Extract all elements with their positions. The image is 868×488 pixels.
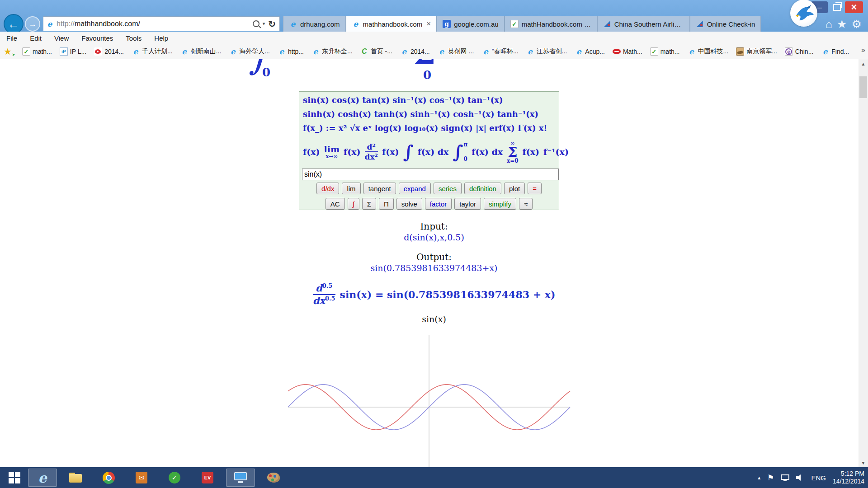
add-favorite-star-icon[interactable]: ★ xyxy=(4,46,14,57)
browser-tab[interactable]: google.com.au xyxy=(437,16,504,32)
scrollbar-up-arrow-icon[interactable]: ▲ xyxy=(859,59,868,68)
refresh-icon[interactable]: ↻ xyxy=(268,19,276,29)
taskbar-app-explorer[interactable] xyxy=(61,469,90,487)
panel-formula-row-functions[interactable]: f(x_) := x² √x eˣ log(x) log₁₀(x) sign(x… xyxy=(303,123,547,133)
browser-tab[interactable]: China Southern Airline... xyxy=(597,16,690,32)
panel-button-plot[interactable]: plot xyxy=(504,183,525,194)
favorite-item[interactable]: Chin... xyxy=(785,47,813,56)
taskbar-app-ie[interactable] xyxy=(28,469,57,487)
start-button[interactable] xyxy=(4,469,25,486)
menu-item-tools[interactable]: Tools xyxy=(126,34,142,42)
restore-button[interactable] xyxy=(830,1,844,13)
panel-button-series[interactable]: series xyxy=(434,183,462,194)
favorite-item[interactable]: 南京领军... xyxy=(736,47,777,56)
fx-token[interactable]: f(x) xyxy=(344,147,360,157)
favorite-item[interactable]: 2014... xyxy=(400,47,430,56)
favorite-item[interactable]: 创新南山... xyxy=(180,47,222,56)
limit-token[interactable]: lim x→∞ xyxy=(324,145,340,159)
summation-token[interactable]: ∞ Σ x=0 xyxy=(507,141,519,164)
address-bar[interactable]: http://mathhandbook.com/ ▾ ↻ xyxy=(43,16,280,31)
panel-button-lim[interactable]: lim xyxy=(342,183,360,194)
panel-button-expand[interactable]: expand xyxy=(399,183,431,194)
integrand-token[interactable]: f(x) dx xyxy=(472,147,503,157)
taskbar-app-outlook[interactable] xyxy=(127,469,156,487)
url-text[interactable]: http://mathhandbook.com/ xyxy=(57,20,253,28)
favorite-item[interactable]: “春晖杯... xyxy=(481,47,518,56)
taskbar-app-chrome[interactable] xyxy=(94,469,123,487)
panel-button-factor[interactable]: factor xyxy=(425,198,452,210)
favorite-item[interactable]: Math... xyxy=(613,48,642,55)
fx-token[interactable]: f(x) xyxy=(523,147,539,157)
panel-button-ddx[interactable]: d/dx xyxy=(316,183,339,194)
menu-item-favourites[interactable]: Favourites xyxy=(81,34,113,42)
action-center-flag-icon[interactable]: ⚑ xyxy=(767,473,774,483)
panel-button-[interactable]: ∫ xyxy=(348,198,359,210)
menu-item-help[interactable]: Help xyxy=(154,34,168,42)
favorite-item[interactable]: http... xyxy=(278,47,304,56)
fx-token[interactable]: f(x) xyxy=(382,147,399,157)
favorite-item[interactable]: 中国科技... xyxy=(688,47,729,56)
favorite-item[interactable]: math... xyxy=(22,47,52,56)
favorite-item[interactable]: 2014... xyxy=(94,47,124,56)
scrollbar-down-arrow-icon[interactable]: ▼ xyxy=(859,458,868,467)
favorite-item[interactable]: Find... xyxy=(821,47,849,56)
taskbar-app-paint[interactable] xyxy=(259,469,288,487)
show-hidden-icons-chevron-icon[interactable]: ▴ xyxy=(758,474,760,481)
expression-input[interactable] xyxy=(302,169,559,180)
volume-icon[interactable] xyxy=(796,474,804,481)
panel-formula-row-calculus[interactable]: f(x) lim x→∞ f(x) d² dx² f(x) ∫ f(x) dx … xyxy=(303,138,569,166)
menu-item-file[interactable]: File xyxy=(6,34,17,42)
panel-button-simplify[interactable]: simplify xyxy=(484,198,516,210)
tab-close-icon[interactable]: × xyxy=(426,19,431,28)
search-dropdown-caret-icon[interactable]: ▾ xyxy=(263,21,265,27)
browser-tab[interactable]: drhuang.com xyxy=(283,16,346,32)
favorite-item[interactable]: 江苏省创... xyxy=(526,47,567,56)
panel-formula-row-trig[interactable]: sin(x) cos(x) tan(x) sin⁻¹(x) cos⁻¹(x) t… xyxy=(303,95,503,105)
definite-integral-token[interactable]: ∫ π 0 xyxy=(453,142,467,162)
browser-tab[interactable]: mathHandbook.com -... xyxy=(505,16,597,32)
taskbar-app-display-app[interactable] xyxy=(226,469,255,487)
scrollbar-thumb[interactable] xyxy=(859,76,867,98)
menu-item-edit[interactable]: Edit xyxy=(30,34,42,42)
clock[interactable]: 5:12 PM 14/12/2014 xyxy=(833,470,864,485)
panel-button-[interactable]: = xyxy=(528,183,542,194)
taskbar-app-green-app[interactable] xyxy=(160,469,189,487)
panel-button-[interactable]: Σ xyxy=(362,198,376,210)
vertical-scrollbar[interactable]: ▲ ▼ xyxy=(859,59,868,467)
panel-button-[interactable]: Π xyxy=(379,198,394,210)
integral-token[interactable]: ∫ xyxy=(403,144,413,160)
inverse-function-token[interactable]: f⁻¹(x) xyxy=(543,147,569,157)
back-button[interactable]: ← xyxy=(4,14,24,34)
home-icon[interactable]: ⌂ xyxy=(826,16,832,32)
forward-button[interactable]: → xyxy=(25,16,40,32)
favorite-item[interactable]: 海外学人... xyxy=(229,47,270,56)
panel-formula-row-hyperbolic[interactable]: sinh(x) cosh(x) tanh(x) sinh⁻¹(x) cosh⁻¹… xyxy=(303,109,538,119)
favorite-item[interactable]: 东升杯全... xyxy=(311,47,353,56)
network-icon[interactable] xyxy=(781,474,789,481)
favorite-item[interactable]: 首页 -... xyxy=(360,47,392,56)
panel-button-taylor[interactable]: taylor xyxy=(454,198,481,210)
close-button[interactable]: × xyxy=(845,1,863,13)
menu-item-view[interactable]: View xyxy=(54,34,69,42)
favorite-item[interactable]: 英创网 ... xyxy=(438,47,474,56)
browser-tab[interactable]: Online Check-in xyxy=(690,16,761,32)
language-indicator[interactable]: ENG xyxy=(811,474,826,482)
panel-button-[interactable]: ≈ xyxy=(519,198,533,210)
favorites-overflow-chevron-icon[interactable]: » xyxy=(861,46,865,54)
fx-token[interactable]: f(x) xyxy=(303,147,320,157)
settings-gear-icon[interactable]: ⚙ xyxy=(852,16,862,32)
favorite-item[interactable]: IP L... xyxy=(60,47,86,56)
second-derivative-token[interactable]: d² dx² xyxy=(365,143,378,161)
favorite-item[interactable]: Acup... xyxy=(575,47,605,56)
taskbar-app-recorder[interactable] xyxy=(193,469,222,487)
integrand-token[interactable]: f(x) dx xyxy=(418,147,449,157)
favorite-item[interactable]: math... xyxy=(650,47,680,56)
browser-tab[interactable]: mathhandbook.com× xyxy=(346,16,437,32)
search-icon[interactable] xyxy=(253,20,259,27)
panel-button-solve[interactable]: solve xyxy=(396,198,422,210)
favorite-item[interactable]: 千人计划... xyxy=(132,47,173,56)
panel-button-tangent[interactable]: tangent xyxy=(363,183,396,194)
favorites-star-icon[interactable]: ★ xyxy=(837,16,847,32)
panel-button-definition[interactable]: definition xyxy=(464,183,501,194)
panel-button-AC[interactable]: AC xyxy=(326,198,345,210)
